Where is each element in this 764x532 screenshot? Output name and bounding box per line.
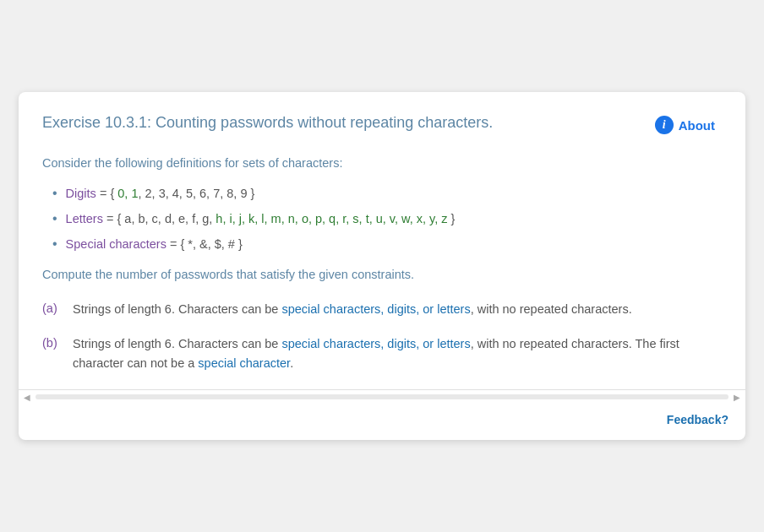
problem-b: (b) Strings of length 6. Characters can … xyxy=(42,334,722,373)
card-body: Consider the following definitions for s… xyxy=(19,148,745,373)
feedback-button[interactable]: Feedback? xyxy=(667,413,729,426)
def-val-special: *, &, $, # } xyxy=(188,236,243,254)
def-eq-letters: = { xyxy=(103,210,124,229)
problem-a: (a) Strings of length 6. Characters can … xyxy=(42,300,722,319)
def-key-special: Special characters xyxy=(66,236,166,254)
about-label: About xyxy=(679,118,715,133)
exercise-card: Exercise 10.3.1: Counting passwords with… xyxy=(19,92,745,439)
problem-text-b: Strings of length 6. Characters can be s… xyxy=(73,334,722,373)
highlight-special-a: special characters, digits, or letters xyxy=(281,302,470,316)
def-val-digits: 0, 1, 2, 3, 4, 5, 6, 7, 8, 9 } xyxy=(117,185,254,204)
scrollbar-track xyxy=(35,394,729,399)
scrollbar-area: ◀ ▶ xyxy=(19,389,745,404)
intro-text: Consider the following definitions for s… xyxy=(42,155,722,173)
highlight-special-char-b: special character xyxy=(198,356,290,370)
list-item: Digits = { 0, 1, 2, 3, 4, 5, 6, 7, 8, 9 … xyxy=(52,183,722,204)
info-icon: i xyxy=(655,116,674,134)
def-eq-special: = { xyxy=(166,236,188,254)
def-val-letters: a, b, c, d, e, f, g, h, i, j, k, l, m, n… xyxy=(124,210,455,229)
scroll-right-arrow[interactable]: ▶ xyxy=(729,393,745,402)
problem-label-b: (b) xyxy=(42,334,73,353)
exercise-title: Exercise 10.3.1: Counting passwords with… xyxy=(42,112,493,133)
card-footer: Feedback? xyxy=(19,404,745,440)
compute-text: Compute the number of passwords that sat… xyxy=(42,266,722,285)
definitions-list: Digits = { 0, 1, 2, 3, 4, 5, 6, 7, 8, 9 … xyxy=(42,183,722,254)
highlight-special-b: special characters, digits, or letters xyxy=(281,337,470,350)
about-button[interactable]: i About xyxy=(648,112,722,138)
def-eq-digits: = { xyxy=(96,185,117,204)
def-key-digits: Digits xyxy=(66,185,96,204)
scroll-left-arrow[interactable]: ◀ xyxy=(19,393,35,402)
card-header: Exercise 10.3.1: Counting passwords with… xyxy=(19,92,745,148)
def-key-letters: Letters xyxy=(66,210,103,229)
list-item: Letters = { a, b, c, d, e, f, g, h, i, j… xyxy=(52,209,722,229)
problem-text-a: Strings of length 6. Characters can be s… xyxy=(73,300,722,319)
problem-label-a: (a) xyxy=(42,300,73,318)
list-item: Special characters = { *, &, $, # } xyxy=(52,234,722,254)
